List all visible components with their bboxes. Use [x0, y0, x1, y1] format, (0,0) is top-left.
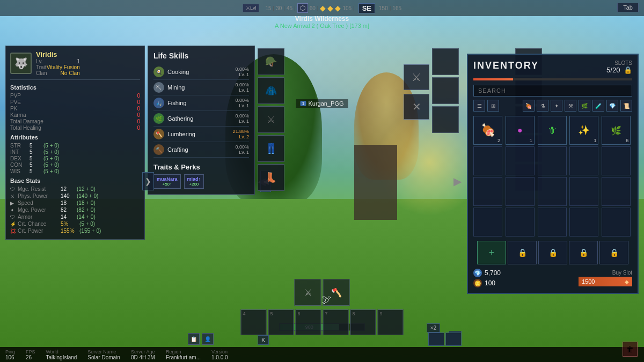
bottom-square-2[interactable] [445, 333, 462, 346]
inv-slot-14[interactable] [602, 177, 631, 206]
compass-direction: SE [358, 3, 375, 13]
region-stat: Region Frankfurt am... [166, 349, 201, 360]
filter-item1-icon[interactable]: 🌿 [579, 100, 590, 112]
filter-list-icon[interactable]: ☰ [473, 100, 485, 112]
filter-tool-icon[interactable]: ⚒ [565, 100, 576, 112]
utility-icon-2[interactable]: 👤 [202, 333, 214, 345]
mining-icon: ⛏ [153, 82, 164, 93]
gem-icon-2: ◆ [327, 4, 333, 12]
buy-slot-area: Buy Slot 1500 ◆ [579, 270, 632, 286]
gold-amount: 5,700 [485, 269, 501, 277]
filter-gem-icon[interactable]: 💎 [606, 100, 618, 112]
inv-slot-11[interactable] [506, 177, 535, 206]
inventory-grid: 🍖 2 ● 1 🗡 ✨ 1 🌿 6 [473, 116, 632, 237]
ping-stat: Ping 106 [5, 349, 15, 360]
life-skills-title: Life Skills [153, 51, 249, 60]
skill-gathering[interactable]: 🌿 Gathering 0.00% Lv. 1 [153, 111, 249, 127]
traits-perks-title: Traits & Perks [153, 163, 249, 171]
bottom-square-1[interactable] [428, 333, 444, 346]
copper-amount: 100 [485, 279, 495, 287]
inv-slot-1[interactable]: ● 1 [506, 116, 535, 145]
hotbar-slot-5[interactable]: 5 [268, 309, 294, 335]
hotbar-slot-7[interactable]: 7 [323, 309, 349, 335]
right-slot-3[interactable] [432, 106, 459, 133]
trait-badge-2: miad↑ +200 [184, 174, 204, 189]
base-stat-crt-chance: ⚡ Crt. Chance 5% (5 + 0) [10, 221, 140, 227]
inv-slot-17[interactable] [538, 208, 567, 237]
add-slot-button[interactable]: + [477, 241, 506, 264]
right-slot-2[interactable] [432, 77, 459, 104]
base-stats-header: Base Stats [10, 178, 140, 184]
right-slot-1[interactable] [432, 48, 459, 75]
hotbar-slot-8[interactable]: 8 [350, 309, 376, 335]
skill-lumbering-name: Lumbering [167, 131, 229, 137]
player-nametag: 1 Kurgan_PGG [296, 99, 348, 108]
inv-slot-10[interactable] [473, 177, 502, 206]
inventory-progress-fill [473, 78, 513, 80]
skill-lumbering[interactable]: 🪓 Lumbering 21.88% Lv. 2 [153, 127, 249, 142]
equip-slot-head[interactable]: 🪖 [258, 48, 284, 75]
version-stat: Version 1.0.0.0 [211, 349, 228, 360]
inventory-trash-button[interactable]: 🗑 [623, 342, 638, 357]
inv-slot-8[interactable] [569, 146, 598, 175]
filter-scroll-icon[interactable]: 📜 [620, 100, 632, 112]
filter-armor-icon[interactable]: ✦ [551, 100, 562, 112]
equip-slot-chest[interactable]: 🧥 [258, 77, 284, 104]
inventory-progress-bar [473, 78, 632, 80]
trait-label: Trait [36, 64, 47, 70]
gold-icon: 💎 [473, 269, 482, 277]
clan-value: No Clan [61, 70, 80, 76]
expand-left-button[interactable]: ❯ [142, 172, 154, 190]
skill-cooking[interactable]: 🍳 Cooking 0.00% Lv. 1 [153, 64, 249, 80]
inv-slot-12[interactable] [538, 177, 567, 206]
filter-icons: ☰ ⊞ [473, 100, 499, 112]
fishing-icon: 🎣 [153, 98, 164, 108]
filter-grid-icon[interactable]: ⊞ [487, 100, 499, 112]
stat-total-healing: Total Healing 0 [10, 125, 140, 131]
equip-slot-feet[interactable]: 👢 [258, 164, 284, 191]
weapon-slot-1[interactable]: ⚔ [295, 279, 321, 306]
inv-slot-19[interactable] [602, 208, 631, 237]
inv-slot-3[interactable]: ✨ 1 [569, 116, 598, 145]
base-stat-crt-power: 💢 Crt. Power 155% (155 + 0) [10, 228, 140, 234]
inv-slot-15[interactable] [473, 208, 502, 237]
skill-fishing[interactable]: 🎣 Fishing 0.00% Lv. 1 [153, 95, 249, 111]
lock-btn-4[interactable]: 🔒 [599, 241, 628, 264]
inv-slot-9[interactable] [602, 146, 631, 175]
inv-slot-6[interactable] [506, 146, 535, 175]
inv-slot-13[interactable] [569, 177, 598, 206]
location-name: Virdis Wilderness [275, 15, 369, 23]
character-avatar: 🐺 [10, 53, 32, 74]
inv-slot-2[interactable]: 🗡 [538, 116, 567, 145]
equip-slot-weapon[interactable]: ⚔ [258, 106, 284, 133]
utility-icon-1[interactable]: 📋 [188, 333, 200, 345]
utility-icons-area: 📋 👤 [188, 333, 214, 345]
buy-slot-bar[interactable]: 1500 ◆ [579, 277, 632, 286]
gold-currency: 💎 5,700 [473, 269, 501, 277]
character-panel: 🐺 Viridis Lv. 1 Trait Vitality Fusion Cl… [5, 46, 145, 240]
clan-label: Clan [36, 70, 47, 76]
skill-mining[interactable]: ⛏ Mining 0.00% Lv. 1 [153, 80, 249, 95]
inv-slot-5[interactable] [473, 146, 502, 175]
currency-row: 💎 5,700 🪙 100 Buy Slot 1500 ◆ [473, 269, 632, 287]
equip-slot-legs[interactable]: 👖 [258, 135, 284, 162]
inv-slot-16[interactable] [506, 208, 535, 237]
filter-weapon-icon[interactable]: ⚗ [537, 100, 548, 112]
inv-slot-0[interactable]: 🍖 2 [473, 116, 502, 145]
inv-slot-7[interactable] [538, 146, 567, 175]
tab-button[interactable]: Tab [617, 3, 639, 12]
lock-btn-3[interactable]: 🔒 [569, 241, 598, 264]
world-stat: World TalkingIsland [46, 349, 77, 360]
hotbar-slot-9[interactable]: 9 [378, 309, 404, 335]
lock-btn-1[interactable]: 🔒 [508, 241, 537, 264]
inv-slot-4[interactable]: 🌿 6 [602, 116, 631, 145]
lock-btn-2[interactable]: 🔒 [538, 241, 567, 264]
hotbar-slot-4[interactable]: 4 [241, 309, 267, 335]
filter-all-icon[interactable]: 🍖 [523, 100, 535, 112]
inv-slot-18[interactable] [569, 208, 598, 237]
inventory-search-input[interactable] [473, 85, 632, 97]
level-icon: ⚔Lvl [243, 4, 260, 12]
skill-crafting[interactable]: 🔨 Crafting 0.00% Lv. 1 [153, 142, 249, 158]
filter-item2-icon[interactable]: 🧪 [592, 100, 604, 112]
hotbar-slot-6[interactable]: 6 [296, 309, 321, 335]
